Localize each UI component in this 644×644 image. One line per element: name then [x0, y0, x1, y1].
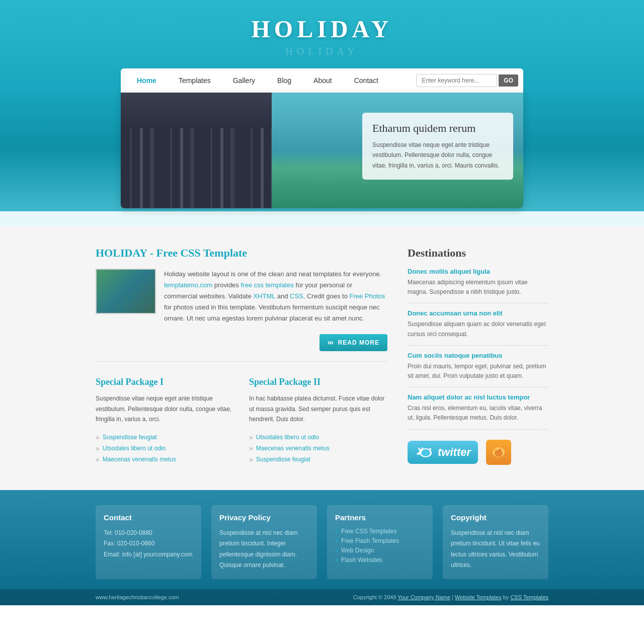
free-css-templates-link[interactable]: Free CSS Templates: [341, 528, 397, 535]
about-block: Holiday website layout is one of the cle…: [96, 269, 387, 324]
package-2: Special Package II In hac habitasse plat…: [249, 377, 387, 464]
destination-3: Cum sociis natoque penatibus Proin dui m…: [408, 352, 548, 387]
free-css-link[interactable]: free css templates: [240, 281, 294, 289]
left-column: HOLIDAY - Free CSS Template Holiday webs…: [96, 247, 387, 465]
footer-bottom-inner: www.heritagechristiancollege.com Copyrig…: [96, 594, 548, 600]
list-item: Free Flash Templates: [335, 537, 425, 544]
dest-1-text: Maecenas adipiscing elementum ipsum vita…: [408, 278, 548, 297]
hero-heading: Etharum quidem rerum: [372, 122, 503, 135]
nav-templates[interactable]: Templates: [168, 69, 222, 92]
footer-bottom-bar: www.heritagechristiancollege.com Copyrig…: [0, 589, 644, 605]
site-title: HOLIDAY: [0, 15, 644, 43]
svg-point-2: [427, 450, 429, 452]
rss-icon[interactable]: [486, 440, 511, 465]
css-link[interactable]: CSS: [290, 292, 303, 300]
about-thumbnail: [96, 269, 156, 314]
destination-1: Donec mollis aliquet ligula Maecenas adi…: [408, 268, 548, 303]
destination-2: Donec accumsan urna non elit Suspendisse…: [408, 309, 548, 345]
packages: Special Package I Suspendisse vitae nequ…: [96, 377, 387, 464]
hero-section: HOLIDAY HOLIDAY Home Templates Gallery B…: [0, 0, 644, 211]
svg-point-5: [499, 449, 501, 451]
nav-gallery[interactable]: Gallery: [222, 69, 266, 92]
package-2-list: Utsodales libero ut odio Maecenas venena…: [249, 432, 387, 465]
dest-2-title[interactable]: Donec accumsan urna non elit: [408, 309, 548, 317]
package-1-list: Suspendisse feugiat Utsodales libero ut …: [96, 432, 234, 465]
hero-city: [121, 93, 282, 208]
free-photos-link[interactable]: Free Photos: [350, 292, 385, 300]
list-item: Suspendisse feugiat: [249, 454, 387, 465]
nav-home[interactable]: Home: [126, 69, 168, 92]
search-button[interactable]: GO: [499, 74, 518, 87]
list-item: Utsodales libero ut odio: [249, 432, 387, 443]
footer-contact-title: Contact: [104, 513, 193, 522]
destinations-title: Destinations: [408, 247, 548, 260]
nav-contact[interactable]: Contact: [343, 69, 389, 92]
free-flash-templates-link[interactable]: Free Flash Templates: [341, 537, 399, 544]
partners-list: Free CSS Templates Free Flash Templates …: [335, 528, 425, 564]
package-1-text: Suspendisse vitae neque eget ante tristi…: [96, 393, 234, 424]
footer-inner: Contact Tel: 010-020-0880 Fax: 020-010-0…: [96, 505, 548, 579]
css-templates-link[interactable]: CSS Templates: [510, 594, 548, 600]
destination-4: Nam aliquet dolor ac nisl luctus tempor …: [408, 393, 548, 429]
light-separator: [0, 211, 644, 226]
list-item: Web Design: [335, 547, 425, 554]
footer-columns: Contact Tel: 010-020-0880 Fax: 020-010-0…: [96, 505, 548, 579]
dest-3-text: Proin dui mauris, tempor eget, pulvinar …: [408, 362, 548, 381]
website-templates-link[interactable]: Website Templates: [455, 594, 502, 600]
dest-4-text: Cras nisl eros, elementum eu, iaculis vi…: [408, 404, 548, 423]
footer-contact-text: Tel: 010-020-0880 Fax: 020-010-0660 Emai…: [104, 528, 193, 560]
footer-contact: Contact Tel: 010-020-0880 Fax: 020-010-0…: [96, 505, 201, 579]
read-more-button[interactable]: ∞ READ MORE: [319, 334, 387, 351]
list-item: Maecenas venenatis metus: [96, 454, 234, 465]
twitter-label: twitter: [438, 446, 471, 459]
hero-image-wrap: Etharum quidem rerum Suspendisse vitae n…: [121, 93, 523, 208]
twitter-icon[interactable]: twitter: [408, 441, 478, 464]
about-text: Holiday website layout is one of the cle…: [164, 269, 387, 324]
list-item: Maecenas venenatis metus: [249, 443, 387, 454]
list-item: Suspendisse feugiat: [96, 432, 234, 443]
company-name-link[interactable]: Your Company Name: [397, 594, 450, 600]
package-2-text: In hac habitasse platea dictumst. Fusce …: [249, 393, 387, 424]
flash-websites-link[interactable]: Flash Websites: [341, 556, 382, 564]
search-bar: GO: [416, 74, 518, 87]
rss-bird-icon: [491, 445, 506, 460]
svg-point-4: [495, 450, 503, 457]
footer-domain: www.heritagechristiancollege.com: [96, 594, 179, 600]
dest-2-text: Suspendisse aliquam quam ac dolor venena…: [408, 319, 548, 339]
package-2-title: Special Package II: [249, 377, 387, 387]
dest-3-title[interactable]: Cum sociis natoque penatibus: [408, 352, 548, 359]
divider: [96, 361, 387, 362]
templatemo-link[interactable]: templatemo.com: [164, 281, 212, 289]
site-title-reflection: HOLIDAY: [0, 46, 644, 57]
nav-blog[interactable]: Blog: [266, 69, 302, 92]
footer-privacy-title: Privacy Policy: [219, 513, 309, 522]
navigation: Home Templates Gallery Blog About Contac…: [121, 68, 523, 93]
nav-links: Home Templates Gallery Blog About Contac…: [126, 69, 416, 92]
package-1-title: Special Package I: [96, 377, 234, 387]
list-item: Utsodales libero ut odio: [96, 443, 234, 454]
about-title: HOLIDAY - Free CSS Template: [96, 247, 387, 260]
main-content: HOLIDAY - Free CSS Template Holiday webs…: [0, 226, 644, 490]
footer-privacy-text: Suspendisse at nisl nec diam pretium tin…: [219, 528, 309, 571]
search-input[interactable]: [416, 74, 497, 87]
footer-copyright-title: Copyright: [451, 513, 540, 522]
dest-4-title[interactable]: Nam aliquet dolor ac nisl luctus tempor: [408, 393, 548, 401]
footer-privacy: Privacy Policy Suspendisse at nisl nec d…: [211, 505, 317, 579]
infinity-icon: ∞: [328, 338, 334, 347]
hero-body: Suspendisse vitae neque eget ante tristi…: [372, 140, 503, 171]
dest-1-title[interactable]: Donec mollis aliquet ligula: [408, 268, 548, 275]
nav-about[interactable]: About: [302, 69, 343, 92]
footer-copyright-notice: Copyright © 2048 Your Company Name | Web…: [353, 594, 548, 600]
content-container: HOLIDAY - Free CSS Template Holiday webs…: [96, 247, 548, 465]
list-item: Flash Websites: [335, 556, 425, 564]
list-item: Free CSS Templates: [335, 528, 425, 535]
read-more-label: READ MORE: [338, 339, 379, 346]
twitter-bird-icon: [415, 445, 435, 460]
web-design-link[interactable]: Web Design: [341, 547, 374, 554]
hero-text-box: Etharum quidem rerum Suspendisse vitae n…: [362, 113, 513, 180]
xhtml-link[interactable]: XHTML: [254, 292, 276, 300]
social-icons: twitter: [408, 440, 548, 465]
right-column: Destinations Donec mollis aliquet ligula…: [408, 247, 548, 465]
footer-copyright-text: Suspendisse at nisl nec diam pretium tin…: [451, 528, 540, 571]
package-1: Special Package I Suspendisse vitae nequ…: [96, 377, 234, 464]
